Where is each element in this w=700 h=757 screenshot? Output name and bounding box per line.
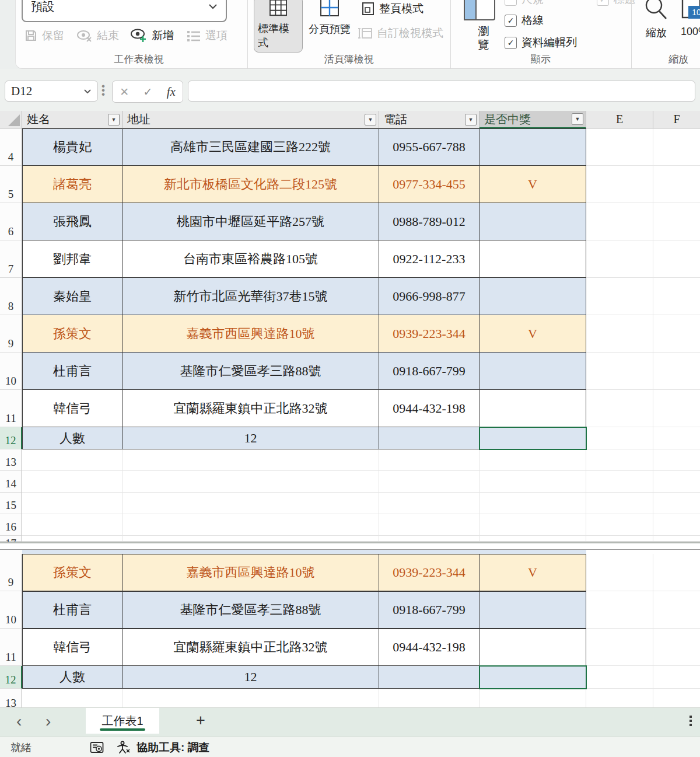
exit-sheet-view-button[interactable]: 結束: [76, 28, 119, 43]
count-label-cell[interactable]: 人數: [22, 666, 123, 689]
name-cell[interactable]: 張飛鳳: [22, 203, 123, 240]
column-header-phone[interactable]: 電話 ▼: [379, 111, 480, 128]
empty-cell[interactable]: [123, 471, 379, 493]
phone-cell[interactable]: 0918-667-799: [379, 591, 480, 629]
phone-cell[interactable]: 0988-789-012: [379, 203, 480, 240]
empty-cell[interactable]: [480, 471, 586, 493]
name-cell[interactable]: 劉邦韋: [22, 240, 123, 278]
count-label-cell[interactable]: 人數: [22, 427, 123, 449]
empty-cell[interactable]: [123, 493, 379, 514]
cell-E[interactable]: [586, 278, 653, 315]
cell-F[interactable]: [653, 427, 700, 449]
name-cell[interactable]: 杜甫言: [22, 591, 123, 629]
won-cell[interactable]: [480, 390, 586, 427]
name-cell[interactable]: 杜甫言: [22, 353, 123, 390]
name-cell[interactable]: 孫策文: [22, 315, 123, 353]
cell-E[interactable]: [586, 353, 653, 390]
row-number[interactable]: 16: [0, 514, 22, 536]
phone-cell[interactable]: 0918-667-799: [379, 353, 480, 390]
cell-F[interactable]: [653, 128, 700, 166]
cell-F[interactable]: [653, 629, 700, 666]
column-header-name[interactable]: 姓名 ▼: [22, 111, 123, 128]
cell-E[interactable]: [586, 629, 653, 666]
formula-bar-checkbox[interactable]: ✓ 資料編輯列: [505, 35, 577, 50]
address-cell[interactable]: 嘉義市西區興達路10號: [123, 554, 379, 591]
keep-sheet-view-button[interactable]: 保留: [24, 28, 64, 43]
row-number[interactable]: 17: [0, 536, 22, 542]
row-number[interactable]: 9: [0, 315, 22, 353]
won-cell[interactable]: V: [480, 315, 586, 353]
empty-cell[interactable]: [379, 471, 480, 493]
address-cell[interactable]: 嘉義市西區興達路10號: [123, 315, 379, 353]
sheet-tab-active[interactable]: 工作表1: [86, 708, 159, 734]
cell-E[interactable]: [586, 427, 653, 449]
cell-F[interactable]: [653, 315, 700, 353]
row-number[interactable]: 9: [0, 554, 22, 591]
select-all-corner[interactable]: [0, 111, 22, 128]
cell-F[interactable]: [653, 240, 700, 278]
name-cell[interactable]: 孫策文: [22, 554, 123, 591]
phone-cell[interactable]: 0944-432-198: [379, 629, 480, 666]
cell-E[interactable]: [586, 128, 653, 166]
phone-cell[interactable]: 0966-998-877: [379, 278, 480, 315]
filter-dropdown-icon[interactable]: ▼: [572, 113, 583, 125]
address-cell[interactable]: 基隆市仁愛區孝三路88號: [123, 591, 379, 629]
filter-dropdown-icon[interactable]: ▼: [365, 114, 376, 125]
empty-cell[interactable]: [480, 449, 586, 471]
formula-input[interactable]: [188, 81, 695, 102]
cell-E[interactable]: [586, 390, 653, 427]
cell-F[interactable]: [653, 353, 700, 390]
cell-E[interactable]: [586, 591, 653, 629]
address-cell[interactable]: 宜蘭縣羅東鎮中正北路32號: [123, 629, 379, 666]
empty-cell[interactable]: [123, 514, 379, 536]
won-cell[interactable]: [480, 240, 586, 278]
empty-cell[interactable]: [480, 493, 586, 514]
name-cell[interactable]: 秦始皇: [22, 278, 123, 315]
cell-F[interactable]: [653, 166, 700, 203]
address-cell[interactable]: 新竹市北區光華街37巷15號: [123, 278, 379, 315]
row-number[interactable]: 14: [0, 471, 22, 493]
won-cell[interactable]: [480, 591, 586, 629]
cell-E[interactable]: [586, 166, 653, 203]
zoom-button[interactable]: 縮放: [639, 0, 674, 42]
won-cell[interactable]: [480, 128, 586, 166]
selected-cell-D12[interactable]: [480, 666, 586, 689]
row-number[interactable]: 7: [0, 240, 22, 278]
filter-dropdown-icon[interactable]: ▼: [108, 114, 120, 125]
row-number[interactable]: 13: [0, 449, 22, 471]
won-cell[interactable]: [480, 278, 586, 315]
won-cell[interactable]: V: [480, 554, 586, 591]
phone-cell[interactable]: 0944-432-198: [379, 390, 480, 427]
address-cell[interactable]: 台南市東區裕農路105號: [123, 240, 379, 278]
empty-cell[interactable]: [586, 514, 653, 536]
empty-cell[interactable]: [653, 514, 700, 536]
empty-cell[interactable]: [123, 449, 379, 471]
empty-cell[interactable]: [653, 471, 700, 493]
filter-dropdown-icon[interactable]: ▼: [465, 114, 477, 125]
cell-E[interactable]: [586, 240, 653, 278]
row-number[interactable]: 10: [0, 591, 22, 629]
sheet-view-preset-dropdown[interactable]: 預設: [22, 0, 227, 22]
cell-F[interactable]: [653, 278, 700, 315]
cell-F[interactable]: [653, 666, 700, 689]
empty-cell[interactable]: [22, 471, 123, 493]
row-number[interactable]: 5: [0, 166, 22, 203]
count-value-cell[interactable]: 12: [123, 427, 379, 449]
won-cell[interactable]: [480, 203, 586, 240]
address-cell[interactable]: 新北市板橋區文化路二段125號: [123, 166, 379, 203]
headings-checkbox[interactable]: ✓ 標題: [597, 0, 636, 7]
empty-cell[interactable]: [586, 449, 653, 471]
row-number[interactable]: 10: [0, 353, 22, 390]
empty-cell[interactable]: [22, 449, 123, 471]
column-header-address[interactable]: 地址 ▼: [123, 111, 379, 128]
empty-cell[interactable]: [379, 449, 480, 471]
name-cell[interactable]: 韓信弓: [22, 629, 123, 666]
empty-cell[interactable]: [586, 471, 653, 493]
navigate-button[interactable]: 瀏 覽: [463, 0, 496, 52]
phone-cell[interactable]: [379, 666, 480, 689]
tab-overflow-menu-icon[interactable]: [690, 716, 692, 726]
enter-icon[interactable]: ✓: [143, 85, 152, 99]
empty-cell[interactable]: [379, 514, 480, 536]
gridlines-checkbox[interactable]: ✓ 格線: [505, 13, 544, 28]
empty-cell[interactable]: [653, 493, 700, 514]
